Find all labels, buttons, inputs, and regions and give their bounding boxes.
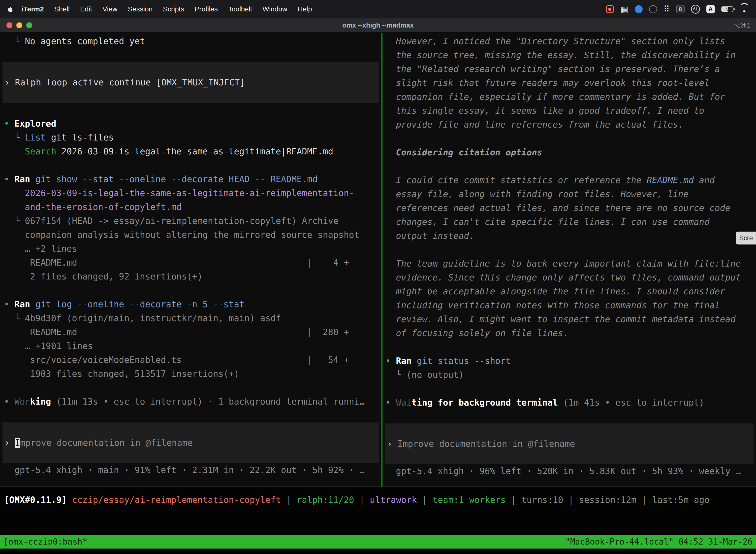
tmux-session-label: [omx-cczip0:bash* (3, 537, 87, 547)
prompt-input[interactable]: › Improve documentation in @filename (2, 423, 379, 463)
thinking-paragraph-2: I could cite commit statistics or refere… (382, 173, 756, 243)
text-segment: companion file, especially if more comme… (385, 92, 725, 102)
tmux-status-bar: [omx-cczip0:bash* "MacBook-Pro-44.local"… (0, 535, 756, 549)
terminal-line: › Improve documentation in @filename (2, 436, 379, 450)
battery-charging-icon[interactable]: ϟ (721, 6, 733, 12)
text-segment: • (385, 356, 396, 366)
text-segment: and (694, 175, 714, 185)
text-segment: git log --oneline --decorate -n 5 --stat (35, 299, 244, 309)
text-segment: … +2 lines (4, 244, 77, 254)
terminal-line: companion analysis without altering the … (0, 228, 381, 242)
window-title: omx --xhigh --madmax (0, 21, 756, 29)
text-segment: [OMX#0.11.9] (4, 495, 67, 505)
right-pane[interactable]: However, I noticed the "Directory Struct… (382, 33, 756, 487)
terminal-line: review. Also, I might want to inspect th… (382, 312, 756, 326)
text-segment: 4b9d30f (origin/main, instructkr/main, m… (25, 313, 281, 323)
explored-log: • Explored └ List git ls-files Search 20… (0, 117, 381, 158)
dark-app-icon[interactable] (649, 5, 657, 13)
text-segment: I could cite commit statistics or refere… (385, 175, 647, 185)
text-segment: | (354, 495, 370, 505)
text-segment: › (4, 77, 15, 88)
text-segment: └ (4, 216, 25, 226)
wifi-icon[interactable] (740, 5, 749, 13)
text-segment: gpt-5.4 xhigh · 96% left · 520K in · 5.8… (385, 466, 741, 476)
terminal-line: 2026-03-09-is-legal-the-same-as-legitima… (0, 186, 381, 200)
text-segment: List (25, 132, 46, 143)
text-segment: (11m 13s • esc to interrupt) · 1 backgro… (51, 397, 365, 406)
tmux-host-time-label: "MacBook-Pro-44.local" 04:52 31-Mar-26 (565, 537, 753, 547)
menu-session[interactable]: Session (123, 5, 158, 13)
git-log-log: • Ran git log --oneline --decorate -n 5 … (0, 297, 381, 381)
text-segment: However, I noticed the "Directory Struct… (385, 36, 725, 46)
apple-logo-icon (7, 5, 14, 13)
ralph-loop-banner: › Ralph loop active continue [OMX_TMUX_I… (2, 62, 379, 103)
text-segment: provide file and line references from th… (385, 120, 683, 129)
number-8-key-icon[interactable]: 8 (676, 5, 685, 13)
screen-recording-icon[interactable] (606, 5, 614, 13)
dots-grid-icon[interactable]: ⠿ (664, 4, 670, 14)
minimize-button[interactable] (16, 22, 22, 28)
menu-scripts[interactable]: Scripts (158, 5, 189, 13)
terminal-line: However, I noticed the "Directory Struct… (382, 34, 756, 48)
text-segment (4, 147, 25, 156)
menu-view[interactable]: View (97, 5, 123, 13)
terminal-line: The team guideline is to back every impo… (382, 257, 756, 271)
menu-window[interactable]: Window (257, 5, 293, 13)
terminal-line: └ No agents completed yet (0, 34, 381, 48)
text-segment: king (30, 397, 51, 406)
window-title-bar[interactable]: omx --xhigh --madmax ⌥⌘1 (0, 18, 756, 33)
text-segment: git ls-files (46, 132, 114, 143)
input-source-icon[interactable]: A (706, 5, 715, 13)
text-segment: might be acceptable alongside the file l… (385, 286, 725, 296)
text-segment: src/voice/voiceModeEnabled.ts | 54 + (4, 355, 349, 365)
terminal-line: Search 2026-03-09-is-legal-the-same-as-l… (0, 145, 381, 158)
zoom-button[interactable] (26, 22, 32, 28)
blue-app-icon[interactable] (635, 5, 643, 13)
text-segment: I (15, 438, 20, 448)
text-segment: including verification notes with those … (385, 300, 720, 310)
menu-help[interactable]: Help (293, 5, 317, 13)
terminal-line: I could cite commit statistics or refere… (382, 173, 756, 187)
terminal-line: README.md | 4 + (0, 256, 381, 270)
text-segment: the "Related research writing" section i… (385, 64, 720, 74)
terminal-line: › Ralph loop active continue [OMX_TMUX_I… (2, 75, 379, 89)
text-segment: Wai (396, 398, 412, 407)
desktop: iTerm2ShellEditViewSessionScriptsProfile… (0, 0, 756, 554)
thinking-paragraph-3: The team guideline is to back every impo… (382, 257, 756, 340)
text-segment: README.md | 4 + (4, 258, 349, 268)
left-pane[interactable]: └ No agents completed yet› Ralph loop ac… (0, 33, 381, 487)
menu-profiles[interactable]: Profiles (189, 5, 223, 13)
terminal-line: └ 4b9d30f (origin/main, instructkr/main,… (0, 311, 381, 325)
menu-shell[interactable]: Shell (49, 5, 75, 13)
close-button[interactable] (6, 22, 12, 28)
text-segment: ting for background terminal (412, 398, 558, 407)
text-segment: └ (4, 36, 25, 46)
window-grid-icon[interactable]: ▦ (620, 4, 628, 14)
traffic-lights (0, 22, 32, 28)
terminal-line: • Ran git show --stat --oneline --decora… (0, 172, 381, 186)
menu-edit[interactable]: Edit (75, 5, 97, 13)
terminal[interactable]: └ No agents completed yet› Ralph loop ac… (0, 33, 756, 487)
prompt-input[interactable]: › Improve documentation in @filename (385, 424, 754, 464)
text-segment: review. Also, I might want to inspect th… (385, 314, 736, 324)
text-segment: gpt-5.4 xhigh · main · 91% left · 2.31M … (4, 465, 365, 475)
terminal-line: including verification notes with those … (382, 298, 756, 312)
menu-toolbelt[interactable]: Toolbelt (223, 5, 257, 13)
text-segment: of focusing solely on file lines. (385, 328, 568, 338)
terminal-line: › Improve documentation in @filename (385, 437, 754, 451)
text-segment: session:12m (579, 495, 636, 505)
text-segment: (1m 41s • esc to interrupt) (558, 398, 704, 407)
terminal-line: evidence. Since this change only affects… (382, 271, 756, 284)
terminal-line: provide file and line references from th… (382, 118, 756, 131)
apple-menu-icon[interactable] (7, 5, 14, 13)
text-segment: output instead. (385, 231, 474, 241)
terminal-line: changes, I can't cite specific file line… (382, 215, 756, 229)
working-status: • Working (11m 13s • esc to interrupt) ·… (0, 395, 381, 408)
menu-iterm2[interactable]: iTerm2 (16, 5, 49, 13)
agents-status: └ No agents completed yet (0, 34, 381, 48)
terminal-line: 1903 files changed, 513517 insertions(+) (0, 367, 381, 381)
gauge-61-icon[interactable]: 61 (691, 5, 700, 14)
terminal-line: README.md | 280 + (0, 325, 381, 339)
text-segment: … +1901 lines (4, 341, 93, 351)
menu-items: iTerm2ShellEditViewSessionScriptsProfile… (16, 5, 317, 13)
